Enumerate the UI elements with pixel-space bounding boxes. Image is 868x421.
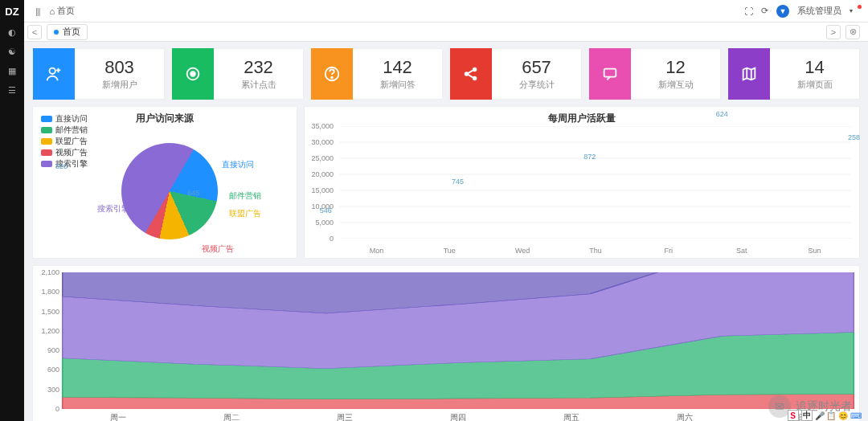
home-icon: ⌂: [50, 6, 55, 16]
svg-point-0: [50, 68, 55, 74]
tab-bar: < 首页 > ⊗: [24, 22, 868, 42]
stat-card[interactable]: 142新增问答: [310, 48, 443, 100]
stat-label: 新增用户: [75, 79, 164, 91]
tab-active-dot: [54, 30, 59, 35]
legend-item[interactable]: 直接访问: [41, 113, 88, 125]
svg-point-5: [465, 72, 469, 76]
ime-logo-icon: S: [788, 410, 799, 421]
data-label: 258: [848, 133, 860, 141]
nav-icon-list[interactable]: ☰: [0, 80, 24, 100]
breadcrumb-label: 首页: [57, 5, 75, 17]
stat-card[interactable]: 803新增用户: [32, 48, 165, 100]
ime-bar: S 中 🎤 📋 😊 ⌨: [788, 410, 862, 421]
chat-icon: [589, 48, 631, 100]
content: 803新增用户232累计点击142新增问答657分享统计12新增互动14新增页面…: [24, 42, 868, 421]
legend-item[interactable]: 联盟广告: [41, 136, 88, 147]
tab-label: 首页: [63, 26, 80, 38]
target-icon: [172, 48, 214, 100]
area-y-axis: 2,1001,8001,5001,2009006003000: [33, 272, 62, 409]
panel-area: 2,1001,8001,5001,2009006003000 820645546…: [32, 265, 860, 421]
chevron-down-icon[interactable]: ▾: [850, 7, 853, 14]
stat-value: 657: [492, 57, 581, 78]
stat-label: 累计点击: [214, 79, 303, 91]
topbar: ||| ⌂ 首页 ⛶ ⟳ ▼ 系统管理员 ▾: [24, 0, 868, 22]
pie-legend: 直接访问邮件营销联盟广告视频广告搜索引擎: [41, 113, 88, 170]
pie-slice-label: 视频广告: [202, 243, 234, 255]
brand-logo: DZ: [5, 0, 18, 22]
bar-y-axis: 35,00030,00025,00020,00015,00010,0005,00…: [305, 126, 337, 239]
stat-cards-row: 803新增用户232累计点击142新增问答657分享统计12新增互动14新增页面: [32, 48, 860, 100]
legend-item[interactable]: 视频广告: [41, 147, 88, 158]
tab-next-button[interactable]: >: [826, 25, 841, 39]
svg-point-7: [473, 77, 477, 80]
stat-card[interactable]: 14新增页面: [727, 48, 860, 100]
stat-label: 新增互动: [631, 79, 720, 91]
area-chart: 820645546745872624258: [62, 272, 854, 409]
share-icon: [450, 48, 492, 100]
area-x-axis: 周一周二周三周四周五周六周日: [62, 412, 854, 421]
pie-slice-label: 搜索引擎: [97, 203, 129, 215]
fullscreen-icon[interactable]: ⛶: [744, 6, 753, 16]
stat-card[interactable]: 232累计点击: [171, 48, 304, 100]
refresh-icon[interactable]: ⟳: [761, 6, 768, 16]
svg-rect-8: [604, 69, 616, 77]
svg-point-4: [331, 77, 333, 79]
menu-toggle-icon[interactable]: |||: [31, 6, 45, 16]
user-name[interactable]: 系统管理员: [797, 5, 841, 17]
nav-icon-dashboard[interactable]: ☯: [0, 42, 24, 61]
nav-icon-grid[interactable]: ▦: [0, 61, 24, 80]
stat-value: 232: [214, 57, 303, 78]
tab-home[interactable]: 首页: [47, 24, 88, 40]
tab-close-all-button[interactable]: ⊗: [845, 25, 860, 39]
stat-card[interactable]: 12新增互动: [588, 48, 721, 100]
legend-item[interactable]: 邮件营销: [41, 125, 88, 136]
bar-chart: [340, 126, 851, 239]
svg-point-2: [190, 72, 195, 76]
nav-icon-globe[interactable]: ◐: [0, 22, 24, 42]
data-label: 546: [320, 206, 332, 215]
pie-chart: [121, 143, 218, 239]
stat-value: 803: [75, 57, 164, 78]
add-user-icon: [33, 48, 75, 100]
data-label: 745: [452, 178, 464, 186]
stat-value: 142: [353, 57, 442, 78]
data-label: 872: [583, 153, 596, 161]
stat-card[interactable]: 657分享统计: [449, 48, 582, 100]
stat-label: 新增问答: [353, 79, 442, 91]
svg-point-6: [473, 68, 477, 72]
ime-lang[interactable]: 中: [801, 410, 813, 421]
notification-dot: [858, 5, 862, 9]
pie-slice-label: 直接访问: [222, 159, 254, 170]
avatar[interactable]: ▼: [776, 5, 789, 18]
map-icon: [728, 48, 770, 100]
stat-value: 14: [770, 57, 859, 78]
sidebar: DZ ◐ ☯ ▦ ☰: [0, 0, 24, 421]
panel-bar: 每周用户活跃量 35,00030,00025,00020,00015,00010…: [304, 106, 860, 259]
stat-label: 新增页面: [770, 79, 859, 91]
data-label: 645: [187, 189, 199, 197]
bar-title: 每周用户活跃量: [305, 107, 859, 125]
data-label: 624: [716, 110, 728, 118]
pie-slice-label: 邮件营销: [229, 190, 261, 202]
stat-value: 12: [631, 57, 720, 78]
bar-x-axis: MonTueWedThuFriSatSun: [340, 247, 851, 255]
panel-pie: 直接访问邮件营销联盟广告视频广告搜索引擎 用户访问来源 直接访问 邮件营销 联盟…: [32, 106, 297, 259]
stat-label: 分享统计: [492, 79, 581, 91]
tab-prev-button[interactable]: <: [27, 25, 42, 39]
data-label: 820: [55, 162, 68, 170]
pie-slice-label: 联盟广告: [229, 208, 261, 219]
breadcrumb-home[interactable]: ⌂ 首页: [45, 5, 76, 17]
question-icon: [311, 48, 353, 100]
